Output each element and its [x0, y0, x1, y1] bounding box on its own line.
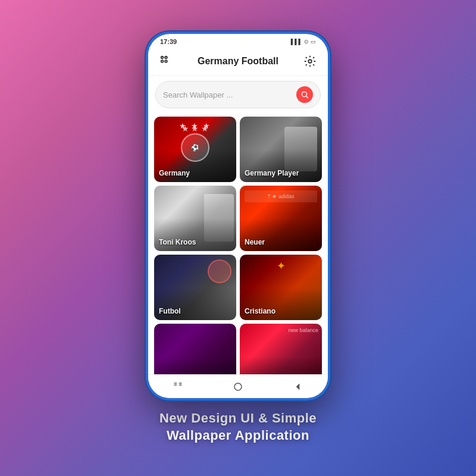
svg-line-6	[306, 96, 308, 98]
grid-item-label-futbol: Futbol	[159, 307, 181, 315]
nav-recent-button[interactable]	[163, 379, 193, 394]
grid-item-label-germany-player: Germany Player	[245, 169, 299, 177]
status-bar: 17:39 ▌▌▌ ⊙ ▭	[148, 34, 328, 47]
svg-point-5	[302, 92, 306, 97]
settings-icon[interactable]	[302, 53, 318, 70]
bottom-nav	[148, 374, 328, 398]
grid-item-toni-kroos[interactable]: Toni Kroos	[154, 186, 236, 251]
star-decoration: ★ ★ ★	[179, 121, 211, 130]
footer-line2: Wallpaper Application	[159, 427, 317, 444]
grid-item-germany[interactable]: ★ ★ ★ ⚽ Germany	[154, 117, 236, 182]
grid-item-neuer[interactable]: T ★ adidas Neuer	[240, 186, 322, 251]
search-bar[interactable]: Search Wallpaper ...	[155, 81, 321, 108]
wifi-icon: ⊙	[304, 39, 309, 45]
grid-item-futbol[interactable]: Futbol	[154, 255, 236, 320]
grid-item-messi[interactable]: Messi	[154, 324, 236, 374]
svg-point-0	[161, 57, 164, 59]
svg-rect-8	[174, 384, 177, 386]
footer-text: New Design UI & Simple Wallpaper Applica…	[159, 410, 317, 444]
search-button[interactable]	[296, 86, 313, 103]
grid-item-label-cristiano: Cristiano	[245, 307, 275, 315]
menu-icon[interactable]	[158, 53, 174, 70]
nav-back-button[interactable]	[283, 379, 313, 394]
svg-point-4	[308, 60, 312, 64]
wallpaper-grid: ★ ★ ★ ⚽ Germany Germany Player Toni Kroo…	[148, 113, 328, 374]
svg-rect-9	[179, 383, 182, 384]
grid-item-salah[interactable]: new balance Salah	[240, 324, 322, 374]
app-title: Germany Football	[198, 56, 278, 67]
status-icons: ▌▌▌ ⊙ ▭	[291, 39, 316, 45]
badge-decoration: ⚽	[181, 133, 209, 162]
svg-point-1	[165, 57, 167, 59]
signal-icon: ▌▌▌	[291, 39, 302, 45]
grid-item-cristiano[interactable]: ✦ Cristiano	[240, 255, 322, 320]
nav-home-button[interactable]	[223, 379, 253, 394]
svg-point-3	[165, 61, 167, 63]
search-placeholder: Search Wallpaper ...	[163, 90, 296, 99]
svg-rect-10	[179, 384, 182, 386]
phone-container: 17:39 ▌▌▌ ⊙ ▭ Germany Football	[146, 32, 330, 400]
grid-item-label-neuer: Neuer	[245, 238, 265, 246]
battery-icon: ▭	[311, 39, 316, 45]
svg-rect-7	[174, 383, 177, 384]
svg-point-11	[234, 383, 242, 390]
footer-line1: New Design UI & Simple	[159, 410, 317, 427]
app-header: Germany Football	[148, 47, 328, 76]
grid-item-label-germany: Germany	[159, 169, 190, 177]
svg-point-2	[161, 61, 164, 63]
grid-item-germany-player[interactable]: Germany Player	[240, 117, 322, 182]
grid-item-label-toni: Toni Kroos	[159, 238, 196, 246]
phone-screen: Germany Football Search Wallpaper ...	[148, 47, 328, 398]
status-time: 17:39	[160, 38, 177, 45]
